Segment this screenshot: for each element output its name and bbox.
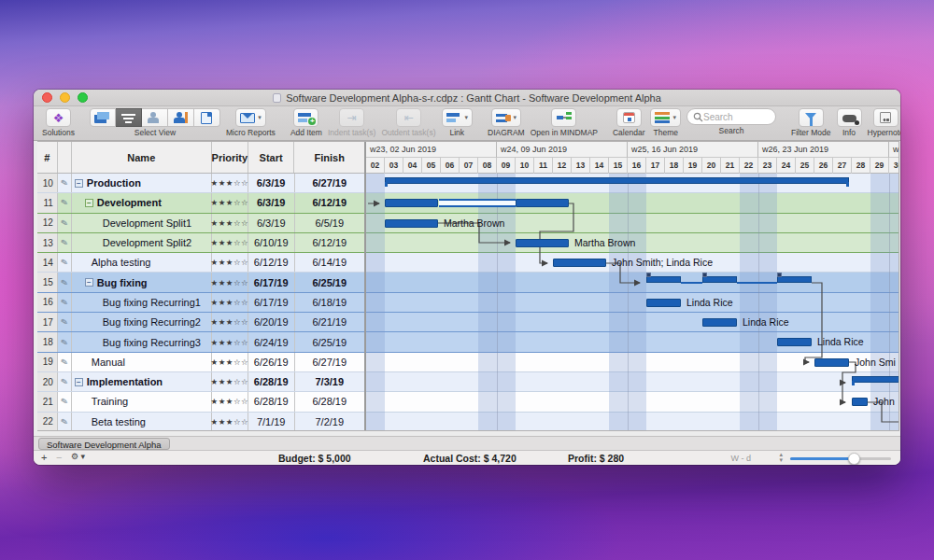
theme-button[interactable]: ▾ Theme: [650, 108, 681, 137]
search-icon: [693, 112, 703, 122]
gantt-row[interactable]: Linda Rice: [366, 313, 899, 332]
task-type-icon: ✎: [58, 273, 72, 291]
table-row[interactable]: 18✎Bug fixing Recurring3★★★☆☆6/24/196/25…: [37, 332, 364, 352]
hypernote-button[interactable]: Hypernote: [868, 108, 900, 137]
table-row[interactable]: 12✎Development Split1★★★☆☆6/3/196/5/19: [37, 214, 364, 233]
collapse-expander[interactable]: −: [85, 199, 93, 207]
gear-menu-button[interactable]: ⚙ ▾: [71, 452, 85, 461]
gantt-row[interactable]: John Smith; Linda Rice: [366, 253, 899, 273]
solutions-button[interactable]: ❖ Solutions: [42, 108, 75, 137]
add-item-button[interactable]: + Add Item: [290, 108, 322, 137]
gantt-row[interactable]: [366, 193, 899, 213]
view-resource-usage-button[interactable]: [168, 108, 194, 127]
recurring-summary-bar[interactable]: [646, 276, 681, 283]
recurring-summary-bar[interactable]: [702, 276, 737, 283]
view-documents-button[interactable]: [194, 108, 220, 127]
table-row[interactable]: 19✎Manual★★★☆☆6/26/196/27/19: [37, 353, 364, 372]
table-row[interactable]: 22✎Beta testing★★★☆☆7/1/197/2/19: [37, 413, 364, 431]
recurring-summary-bar[interactable]: [777, 276, 812, 283]
filter-mode-button[interactable]: Filter Mode: [791, 108, 831, 137]
recurring-link-line: [681, 282, 702, 284]
gantt-bar[interactable]: [553, 259, 606, 267]
split-task-bar[interactable]: [385, 199, 438, 207]
gantt-bar[interactable]: [814, 358, 849, 367]
resource-label: Linda Rice: [686, 297, 733, 308]
search-input[interactable]: [703, 112, 769, 122]
summary-bar[interactable]: [385, 177, 849, 184]
table-row[interactable]: 11✎−Development★★★☆☆6/3/196/12/19: [37, 193, 364, 213]
indent-task-button[interactable]: ⇥ Indent task(s): [328, 108, 376, 137]
column-header-start[interactable]: Start: [248, 142, 295, 173]
start-date: 6/10/19: [248, 233, 295, 252]
recurring-link-line: [737, 282, 777, 284]
gantt-row[interactable]: [366, 174, 899, 193]
task-type-icon: ✎: [58, 174, 72, 192]
table-row[interactable]: 16✎Bug fixing Recurring1★★★☆☆6/17/196/18…: [37, 293, 364, 313]
table-row[interactable]: 21✎Training★★★☆☆6/28/196/28/19: [37, 392, 364, 412]
micro-reports-button[interactable]: ▾ Micro Reports: [226, 108, 276, 137]
finish-date: 6/5/19: [295, 214, 364, 232]
start-date: 6/17/19: [248, 273, 295, 291]
gantt-row[interactable]: Martha Brown: [366, 233, 899, 253]
collapse-expander[interactable]: −: [85, 278, 93, 287]
hypernote-icon: [880, 112, 891, 123]
gantt-row[interactable]: Linda Rice: [366, 332, 899, 352]
gantt-row[interactable]: [366, 273, 899, 292]
calendar-button[interactable]: Calendar: [613, 108, 645, 137]
table-row[interactable]: 14✎Alpha testing★★★☆☆6/12/196/14/19: [37, 253, 364, 273]
table-row[interactable]: 17✎Bug fixing Recurring2★★★☆☆6/20/196/21…: [37, 313, 364, 332]
zoom-stepper[interactable]: ▴▾: [779, 452, 783, 463]
task-name-cell: Beta testing: [72, 413, 212, 431]
view-gantt-button[interactable]: [116, 108, 142, 127]
summary-bar[interactable]: [852, 376, 899, 383]
view-projects-button[interactable]: [90, 108, 116, 127]
diagram-button[interactable]: ▾ DIAGRAM: [488, 108, 525, 137]
gantt-row[interactable]: John: [366, 392, 899, 412]
column-header-number[interactable]: #: [37, 142, 58, 173]
timescale-slider[interactable]: [790, 457, 891, 460]
titlebar[interactable]: Software Development Alpha-s-r.cdpz : Ga…: [34, 90, 900, 106]
table-row[interactable]: 13✎Development Split2★★★☆☆6/10/196/12/19: [37, 233, 364, 253]
pencil-icon: ✎: [60, 198, 69, 209]
table-row[interactable]: 20✎−Implementation★★★☆☆6/28/197/3/19: [37, 372, 364, 392]
split-task-bar[interactable]: [516, 199, 569, 207]
collapse-expander[interactable]: −: [75, 378, 83, 386]
search-field[interactable]: [686, 108, 776, 125]
gantt-bar[interactable]: [777, 338, 812, 346]
status-bar: + − ⚙ ▾ Budget: $ 5,000 Actual Cost: $ 4…: [34, 450, 900, 465]
gantt-row[interactable]: John Smi: [366, 353, 899, 372]
gantt-bar[interactable]: [852, 398, 868, 406]
column-header-finish[interactable]: Finish: [294, 142, 364, 173]
finish-date: 6/25/19: [295, 332, 364, 351]
project-tab[interactable]: Software Development Alpha: [38, 438, 170, 450]
outdent-task-button[interactable]: ⇤ Outdent task(s): [381, 108, 435, 137]
column-header-icon[interactable]: [58, 142, 72, 173]
table-row[interactable]: 15✎−Bug fixing★★★☆☆6/17/196/25/19: [37, 273, 364, 292]
gantt-bar[interactable]: [385, 219, 438, 228]
gantt-view: # Name Priority Start Finish 10✎−Product…: [37, 141, 899, 431]
column-header-name[interactable]: Name: [72, 142, 212, 173]
remove-project-button[interactable]: −: [56, 452, 62, 463]
finish-date: 6/14/19: [295, 253, 364, 272]
info-button[interactable]: Info: [837, 108, 862, 137]
gantt-bar[interactable]: [646, 299, 681, 307]
finish-date: 6/27/19: [295, 353, 364, 371]
collapse-expander[interactable]: −: [75, 179, 83, 188]
slider-thumb[interactable]: [848, 453, 860, 465]
add-project-button[interactable]: +: [41, 452, 47, 463]
gantt-body: Martha BrownMartha BrownJohn Smith; Lind…: [366, 174, 899, 430]
table-row[interactable]: 10✎−Production★★★☆☆6/3/196/27/19: [37, 174, 364, 193]
day-header-cell: 03: [385, 158, 403, 174]
toolbar: ❖ Solutions Select View ▾ Micro Reports: [34, 106, 900, 141]
gantt-bar[interactable]: [516, 239, 569, 247]
gantt-row[interactable]: Martha Brown: [366, 214, 899, 233]
gantt-row[interactable]: [366, 372, 899, 392]
gantt-row[interactable]: [366, 413, 899, 430]
open-in-mindmap-button[interactable]: Open in MINDMAP: [531, 108, 598, 137]
link-button[interactable]: ▾ Link: [442, 108, 474, 137]
row-number: 18: [37, 332, 58, 351]
gantt-row[interactable]: Linda Rice: [366, 293, 899, 313]
gantt-bar[interactable]: [702, 318, 737, 327]
column-header-priority[interactable]: Priority: [212, 142, 248, 173]
view-resources-button[interactable]: [142, 108, 168, 127]
